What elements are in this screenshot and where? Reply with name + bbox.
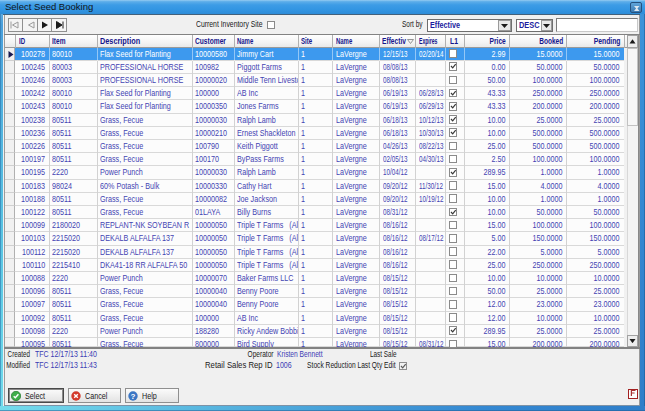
- svg-text:?: ?: [131, 391, 136, 400]
